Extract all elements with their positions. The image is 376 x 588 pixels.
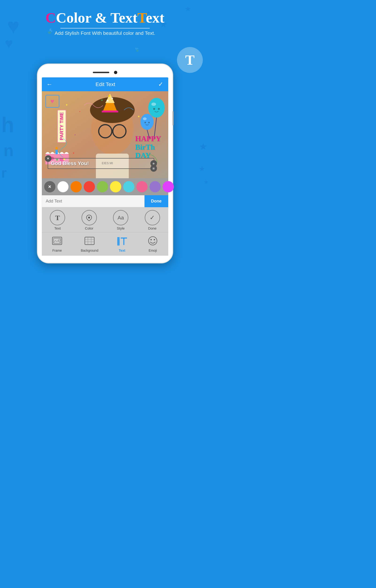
palette-close-button[interactable]: ×	[44, 181, 55, 192]
title-c: C	[45, 10, 56, 26]
phone-wrapper: ← Edit Text ✓	[37, 64, 173, 263]
deco-heart-2: ♥	[5, 35, 13, 52]
phone-side-button	[172, 111, 174, 125]
svg-rect-41	[117, 237, 120, 246]
nav-frame[interactable]: Frame	[50, 235, 64, 252]
tool-text-label: Text	[54, 226, 61, 230]
tool-text[interactable]: T Text	[50, 210, 65, 230]
nav-text-icon	[115, 235, 129, 248]
nav-emoji[interactable]: Emoji	[146, 235, 160, 252]
tool-done-label: Done	[148, 226, 157, 230]
phone-top	[42, 69, 168, 77]
tool-style[interactable]: Aa Style	[113, 210, 128, 230]
tool-style-icon: Aa	[113, 210, 128, 225]
svg-point-50	[150, 239, 152, 240]
app-subtitle: Add Stylish Font With beautiful color an…	[0, 30, 210, 36]
color-swatch-magenta[interactable]	[163, 181, 174, 192]
deco-leaf-2: 🍃	[134, 46, 140, 53]
text-nav-icon-svg	[116, 236, 128, 246]
title-text: Color & Text	[56, 10, 137, 26]
screen-title: Edit Text	[96, 81, 115, 87]
tool-text-icon: T	[50, 210, 65, 225]
title-divider	[60, 28, 150, 28]
app-header: CColor & TextText Add Stylish Font With …	[0, 0, 210, 36]
text-box-content[interactable]: God Bless You!	[51, 160, 151, 167]
color-swatch-red[interactable]	[84, 181, 95, 192]
svg-point-35	[58, 239, 60, 241]
nav-frame-icon	[50, 235, 64, 248]
title-t: T	[137, 10, 146, 26]
app-title: CColor & TextText	[0, 10, 210, 26]
phone-speaker	[93, 72, 109, 73]
color-swatch-pink[interactable]	[136, 181, 147, 192]
deco-letter-n: n	[3, 141, 14, 160]
deco-star-right-1: ★	[199, 141, 208, 152]
nav-background-icon	[83, 235, 97, 248]
t-icon-circle: T	[177, 47, 203, 73]
t-icon-letter: T	[185, 52, 195, 68]
nav-emoji-label: Emoji	[149, 249, 157, 252]
color-swatch-purple[interactable]	[149, 181, 161, 192]
color-palette: ×	[42, 178, 168, 195]
back-button[interactable]: ←	[47, 81, 53, 88]
color-swatch-cyan[interactable]	[123, 181, 135, 192]
tool-style-label: Style	[117, 226, 125, 230]
phone-camera	[114, 71, 117, 74]
tool-color-label: Color	[85, 226, 93, 230]
nav-emoji-icon	[146, 235, 160, 248]
phone-frame: ← Edit Text ✓	[37, 64, 173, 263]
nav-background[interactable]: Background	[81, 235, 98, 252]
tool-done-symbol: ✓	[150, 214, 155, 221]
photo-placeholder: EIES MI ♥ ★	[42, 91, 168, 178]
title-ext: ext	[146, 10, 165, 26]
color-swatch-yellow[interactable]	[110, 181, 121, 192]
color-swatch-green[interactable]	[97, 181, 108, 192]
done-button[interactable]: Done	[145, 195, 168, 207]
tool-color[interactable]: Color	[82, 210, 97, 230]
tool-text-symbol: T	[55, 214, 60, 222]
tool-color-svg	[85, 214, 93, 221]
tool-color-icon	[82, 210, 97, 225]
app-bar: ← Edit Text ✓	[42, 77, 168, 91]
svg-rect-36	[85, 237, 94, 245]
deco-letter-r: r	[1, 165, 7, 181]
text-selection-box[interactable]: × God Bless You! ⊕ ⊞	[48, 158, 154, 169]
tool-done[interactable]: ✓ Done	[145, 210, 160, 230]
text-scale-handle[interactable]: ⊞	[150, 165, 157, 172]
text-delete-button[interactable]: ×	[45, 155, 52, 162]
nav-background-label: Background	[81, 249, 98, 252]
nav-text-label: Text	[119, 249, 125, 252]
svg-point-51	[154, 239, 155, 240]
deco-letter-h: h	[1, 113, 14, 137]
confirm-button[interactable]: ✓	[158, 81, 163, 88]
deco-star-right-2: ★	[199, 165, 205, 173]
color-swatch-white[interactable]	[57, 181, 69, 192]
add-text-row: Done	[42, 195, 168, 207]
tool-style-symbol: Aa	[117, 215, 124, 221]
nav-row: Frame Background	[42, 232, 168, 256]
svg-point-32	[88, 217, 90, 218]
nav-text[interactable]: Text	[115, 235, 129, 252]
color-swatch-orange[interactable]	[71, 181, 82, 192]
background-icon-svg	[84, 236, 95, 246]
deco-star-right-3: ★	[204, 179, 209, 185]
tool-done-icon: ✓	[145, 210, 160, 225]
svg-point-49	[148, 237, 157, 245]
add-text-input[interactable]	[42, 195, 145, 207]
tool-row: T Text Color Aa Style	[42, 207, 168, 232]
photo-area: EIES MI ♥ ★	[42, 91, 168, 178]
emoji-icon-svg	[147, 236, 158, 246]
nav-frame-label: Frame	[52, 249, 62, 252]
frame-icon-svg	[52, 236, 63, 246]
